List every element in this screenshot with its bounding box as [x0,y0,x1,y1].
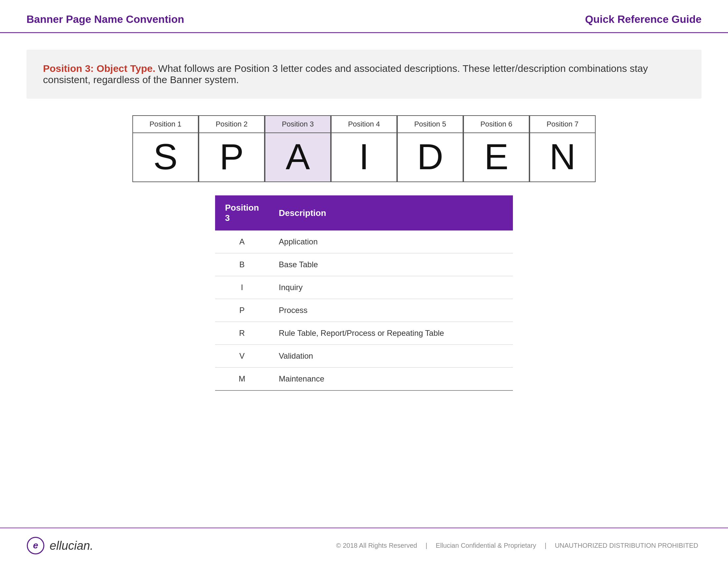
table-row: RRule Table, Report/Process or Repeating… [215,322,513,345]
position-label: Position 3 [265,116,330,133]
letter-box-P: Position 2P [199,115,265,182]
col-header-position3: Position 3 [215,195,269,230]
row-code: A [215,230,269,253]
info-banner: Position 3: Object Type. What follows ar… [26,50,702,99]
header-right-title: Quick Reference Guide [585,13,702,25]
footer-logo: e ellucian. [26,537,93,555]
position-letter: N [530,133,595,181]
row-code: R [215,322,269,345]
position3-table: Position 3 Description AApplicationBBase… [215,195,513,391]
info-highlight: Position 3: Object Type. [43,63,156,74]
letter-boxes-row: Position 1SPosition 2PPosition 3APositio… [26,115,702,182]
position-letter: D [398,133,463,181]
row-description: Rule Table, Report/Process or Repeating … [269,322,513,345]
svg-text:e: e [33,540,38,550]
letter-box-I: Position 4I [331,115,397,182]
table-row: IInquiry [215,276,513,299]
header-left-title: Banner Page Name Convention [26,13,184,25]
sep2: | [545,542,546,549]
sep1: | [426,542,427,549]
table-header: Position 3 Description [215,195,513,230]
position-label: Position 4 [332,116,396,133]
table-row: BBase Table [215,253,513,276]
position-letter: E [464,133,529,181]
col-header-description: Description [269,195,513,230]
row-code: P [215,299,269,322]
letter-box-D: Position 5D [397,115,463,182]
row-description: Process [269,299,513,322]
row-description: Base Table [269,253,513,276]
position-letter: A [265,133,330,181]
position-label: Position 5 [398,116,463,133]
confidential-text: Ellucian Confidential & Proprietary [436,542,536,549]
distribution-text: UNAUTHORIZED DISTRIBUTION PROHIBITED [555,542,698,549]
footer-logo-text: ellucian. [50,539,93,553]
ellucian-logo-icon: e [26,537,45,555]
position-letter: S [133,133,198,181]
letter-box-A: Position 3A [265,115,331,182]
position-letter: I [332,133,396,181]
position-label: Position 6 [464,116,529,133]
row-code: M [215,368,269,391]
row-code: B [215,253,269,276]
footer: e ellucian. © 2018 All Rights Reserved |… [0,528,728,563]
position-label: Position 1 [133,116,198,133]
position-letter: P [199,133,264,181]
table-body: AApplicationBBase TableIInquiryPProcessR… [215,230,513,391]
table-row: PProcess [215,299,513,322]
table-row: AApplication [215,230,513,253]
row-description: Validation [269,345,513,368]
copyright-text: © 2018 All Rights Reserved [336,542,417,549]
row-description: Maintenance [269,368,513,391]
letter-box-N: Position 7N [529,115,596,182]
row-code: V [215,345,269,368]
position-label: Position 2 [199,116,264,133]
footer-copyright: © 2018 All Rights Reserved | Ellucian Co… [333,542,702,549]
table-row: VValidation [215,345,513,368]
row-description: Application [269,230,513,253]
position3-table-container: Position 3 Description AApplicationBBase… [215,195,513,391]
row-description: Inquiry [269,276,513,299]
header: Banner Page Name Convention Quick Refere… [0,0,728,33]
table-row: MMaintenance [215,368,513,391]
letter-box-S: Position 1S [132,115,199,182]
row-code: I [215,276,269,299]
position-label: Position 7 [530,116,595,133]
letter-box-E: Position 6E [463,115,529,182]
